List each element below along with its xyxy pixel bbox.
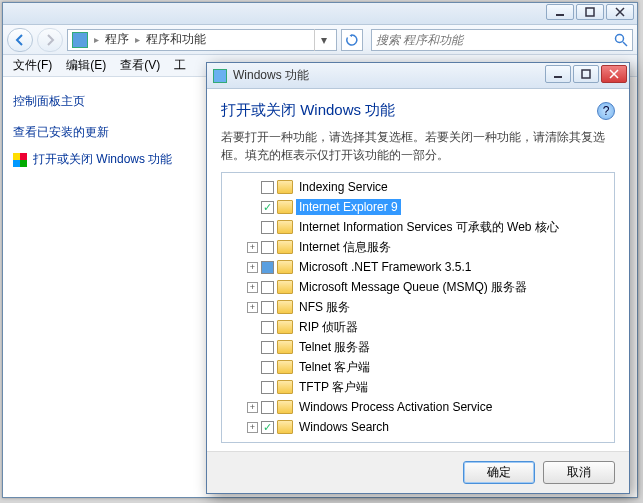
- svg-line-3: [623, 42, 627, 46]
- feature-row[interactable]: +Internet 信息服务: [226, 237, 610, 257]
- feature-row[interactable]: Telnet 客户端: [226, 357, 610, 377]
- search-box[interactable]: [371, 29, 633, 51]
- no-expander: [247, 202, 258, 213]
- feature-checkbox[interactable]: [261, 341, 274, 354]
- breadcrumb[interactable]: ▸ 程序 ▸ 程序和功能 ▾: [67, 29, 337, 51]
- svg-rect-0: [556, 14, 564, 16]
- feature-checkbox[interactable]: [261, 241, 274, 254]
- dialog-maximize-button[interactable]: [573, 65, 599, 83]
- maximize-button[interactable]: [576, 4, 604, 20]
- feature-label[interactable]: Microsoft .NET Framework 3.5.1: [296, 259, 475, 275]
- dialog-icon: [213, 69, 227, 83]
- folder-icon: [277, 260, 293, 274]
- folder-icon: [277, 360, 293, 374]
- dialog-heading: 打开或关闭 Windows 功能: [221, 101, 395, 120]
- feature-row[interactable]: Telnet 服务器: [226, 337, 610, 357]
- search-input[interactable]: [376, 33, 614, 47]
- menu-tools[interactable]: 工: [168, 55, 192, 76]
- minimize-button[interactable]: [546, 4, 574, 20]
- chevron-right-icon: ▸: [135, 34, 140, 45]
- feature-row[interactable]: Indexing Service: [226, 177, 610, 197]
- expand-icon[interactable]: +: [247, 262, 258, 273]
- feature-checkbox[interactable]: [261, 201, 274, 214]
- feature-label[interactable]: TFTP 客户端: [296, 378, 371, 397]
- feature-row[interactable]: Internet Explorer 9: [226, 197, 610, 217]
- expand-icon[interactable]: +: [247, 402, 258, 413]
- features-tree[interactable]: Indexing ServiceInternet Explorer 9Inter…: [221, 172, 615, 443]
- feature-label[interactable]: Telnet 服务器: [296, 338, 373, 357]
- svg-rect-4: [554, 76, 562, 78]
- folder-icon: [277, 280, 293, 294]
- feature-label[interactable]: Indexing Service: [296, 179, 391, 195]
- no-expander: [247, 182, 258, 193]
- main-titlebar: [3, 3, 637, 25]
- side-link-installed-updates[interactable]: 查看已安装的更新: [13, 124, 191, 141]
- no-expander: [247, 362, 258, 373]
- folder-icon: [277, 240, 293, 254]
- dialog-body: 打开或关闭 Windows 功能 ? 若要打开一种功能，请选择其复选框。若要关闭…: [207, 89, 629, 451]
- feature-checkbox[interactable]: [261, 261, 274, 274]
- menu-file[interactable]: 文件(F): [7, 55, 58, 76]
- feature-label[interactable]: RIP 侦听器: [296, 318, 361, 337]
- expand-icon[interactable]: +: [247, 242, 258, 253]
- expand-icon[interactable]: +: [247, 422, 258, 433]
- no-expander: [247, 222, 258, 233]
- forward-button[interactable]: [37, 28, 63, 52]
- menu-view[interactable]: 查看(V): [114, 55, 166, 76]
- side-link-windows-features[interactable]: 打开或关闭 Windows 功能: [13, 151, 191, 168]
- feature-row[interactable]: +Microsoft .NET Framework 3.5.1: [226, 257, 610, 277]
- feature-row[interactable]: Internet Information Services 可承载的 Web 核…: [226, 217, 610, 237]
- svg-rect-5: [582, 70, 590, 78]
- dialog-close-button[interactable]: [601, 65, 627, 83]
- dialog-titlebar[interactable]: Windows 功能: [207, 63, 629, 89]
- feature-row[interactable]: +NFS 服务: [226, 297, 610, 317]
- folder-icon: [277, 420, 293, 434]
- help-button[interactable]: ?: [597, 102, 615, 120]
- refresh-button[interactable]: [341, 29, 363, 51]
- dialog-minimize-button[interactable]: [545, 65, 571, 83]
- expand-icon[interactable]: +: [247, 282, 258, 293]
- feature-checkbox[interactable]: [261, 381, 274, 394]
- breadcrumb-dropdown[interactable]: ▾: [314, 29, 332, 51]
- feature-checkbox[interactable]: [261, 321, 274, 334]
- svg-point-2: [616, 34, 624, 42]
- cancel-button[interactable]: 取消: [543, 461, 615, 484]
- breadcrumb-seg-1[interactable]: 程序: [105, 31, 129, 48]
- folder-icon: [277, 220, 293, 234]
- dialog-description: 若要打开一种功能，请选择其复选框。若要关闭一种功能，请清除其复选框。填充的框表示…: [221, 128, 615, 164]
- folder-icon: [277, 340, 293, 354]
- nav-toolbar: ▸ 程序 ▸ 程序和功能 ▾: [3, 25, 637, 55]
- close-button[interactable]: [606, 4, 634, 20]
- chevron-right-icon: ▸: [94, 34, 99, 45]
- feature-checkbox[interactable]: [261, 401, 274, 414]
- feature-row[interactable]: RIP 侦听器: [226, 317, 610, 337]
- svg-rect-1: [586, 8, 594, 16]
- ok-button[interactable]: 确定: [463, 461, 535, 484]
- feature-checkbox[interactable]: [261, 281, 274, 294]
- feature-row[interactable]: +Windows Search: [226, 417, 610, 437]
- feature-checkbox[interactable]: [261, 361, 274, 374]
- feature-row[interactable]: TFTP 客户端: [226, 377, 610, 397]
- feature-row[interactable]: +Microsoft Message Queue (MSMQ) 服务器: [226, 277, 610, 297]
- feature-label[interactable]: Telnet 客户端: [296, 358, 373, 377]
- feature-label[interactable]: Internet 信息服务: [296, 238, 394, 257]
- menu-edit[interactable]: 编辑(E): [60, 55, 112, 76]
- side-link-control-panel-home[interactable]: 控制面板主页: [13, 93, 191, 110]
- back-button[interactable]: [7, 28, 33, 52]
- folder-icon: [277, 320, 293, 334]
- feature-row[interactable]: +Windows Process Activation Service: [226, 397, 610, 417]
- feature-checkbox[interactable]: [261, 181, 274, 194]
- feature-label[interactable]: NFS 服务: [296, 298, 353, 317]
- feature-label[interactable]: Windows Search: [296, 419, 392, 435]
- feature-label[interactable]: Microsoft Message Queue (MSMQ) 服务器: [296, 278, 530, 297]
- feature-label[interactable]: Internet Explorer 9: [296, 199, 401, 215]
- folder-icon: [277, 380, 293, 394]
- breadcrumb-seg-2[interactable]: 程序和功能: [146, 31, 206, 48]
- folder-icon: [277, 400, 293, 414]
- feature-label[interactable]: Windows Process Activation Service: [296, 399, 495, 415]
- expand-icon[interactable]: +: [247, 302, 258, 313]
- feature-label[interactable]: Internet Information Services 可承载的 Web 核…: [296, 218, 562, 237]
- feature-checkbox[interactable]: [261, 421, 274, 434]
- feature-checkbox[interactable]: [261, 221, 274, 234]
- feature-checkbox[interactable]: [261, 301, 274, 314]
